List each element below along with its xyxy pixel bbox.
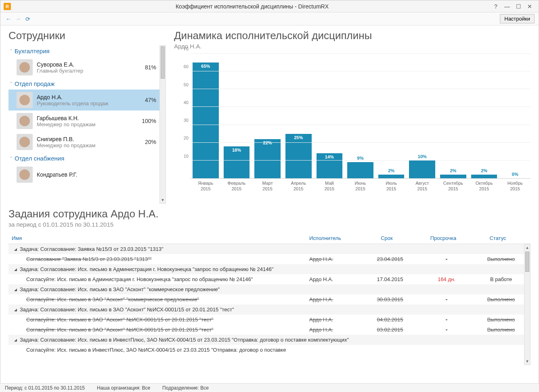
task-group-row[interactable]: ◢Задача: Согласование: Исх. письмо в ЗАО… — [8, 304, 531, 315]
employee-name: Гарбышева К.Н. — [37, 115, 142, 121]
chart-bar[interactable]: 9% — [347, 162, 373, 178]
chart-bar[interactable]: 65% — [193, 63, 219, 178]
chevron-up-icon: ˄ — [10, 49, 12, 53]
close-icon[interactable]: ✕ — [524, 2, 535, 11]
task-group-row[interactable]: ◢Задача: Согласование: Исх. письмо в ЗАО… — [8, 284, 531, 294]
bar-label: 22% — [263, 140, 272, 145]
employee-percent: 20% — [145, 139, 156, 145]
chart-bar[interactable]: 2% — [440, 175, 466, 178]
chart-bar[interactable]: 22% — [254, 139, 281, 178]
tasks-title: Задания сотрудника Ардо Н.А. — [8, 208, 531, 220]
task-overdue: - — [418, 296, 475, 302]
employees-title: Сотрудники — [8, 29, 166, 42]
task-executor: Ардо Н.А. — [309, 256, 362, 262]
forward-icon[interactable]: → — [14, 15, 22, 23]
department-header[interactable]: ˄Отдел снабжения — [8, 152, 166, 164]
department-name: Отдел продаж — [15, 80, 55, 87]
collapse-icon[interactable]: ◢ — [14, 247, 17, 251]
chart-bar[interactable]: 2% — [378, 175, 405, 178]
task-row[interactable]: Согласуйте: Исх. письмо в ЗАО "Асконт" №… — [8, 315, 531, 325]
chart-bar[interactable]: 2% — [471, 175, 497, 178]
task-name: Согласуйте: Исх. письмо в ЗАО "Асконт" "… — [26, 296, 309, 302]
employee-item[interactable]: Снигирев П.В.Менеджер по продажам20% — [8, 131, 166, 152]
task-name: Согласуйте: Исх. письмо в ИнвестПлюс, ЗА… — [26, 347, 309, 353]
department-name: Отдел снабжения — [15, 155, 64, 162]
chart-bar[interactable]: 10% — [409, 161, 435, 178]
employee-item[interactable]: Кондратьев Р.Г. — [8, 164, 166, 185]
tasks-subtitle: за период с 01.01.2015 по 30.11.2015 — [8, 221, 531, 228]
tasks-scrollbar[interactable]: ▲ ▼ — [524, 244, 531, 365]
chart-bar[interactable]: 25% — [285, 134, 312, 178]
task-group-name: Задача: Согласование: Исх. письмо в ЗАО … — [20, 307, 527, 313]
employees-scrollbar[interactable]: ▲ ▼ — [159, 45, 166, 204]
back-icon[interactable]: ← — [4, 15, 13, 23]
task-name: Согласуйте: Исх. письмо в ЗАО "Асконт" №… — [26, 317, 309, 323]
employee-item[interactable]: Ардо Н.А.Руководитель отдела продаж47% — [8, 90, 166, 111]
chart-bar[interactable]: 14% — [317, 153, 343, 178]
task-overdue: - — [418, 327, 475, 333]
x-label: Сентябрь2015 — [438, 179, 469, 192]
avatar — [17, 113, 33, 129]
employee-percent: 81% — [145, 64, 156, 71]
scroll-down-icon[interactable]: ▼ — [524, 358, 530, 365]
collapse-icon[interactable]: ◢ — [14, 267, 17, 271]
task-row[interactable]: Согласуйте: Исх. письмо в ЗАО "Асконт" "… — [8, 294, 531, 304]
department-header[interactable]: ˄Отдел продаж — [8, 78, 166, 90]
task-date — [362, 347, 418, 353]
col-name[interactable]: Имя — [8, 233, 306, 244]
task-date: 03.02.2015 — [362, 327, 418, 333]
col-date[interactable]: Срок — [359, 233, 415, 244]
y-tick: 30 — [184, 118, 189, 123]
employee-item[interactable]: Гарбышева К.Н.Менеджер по продажам100% — [8, 111, 166, 131]
task-status: В работе — [475, 276, 527, 282]
task-group-row[interactable]: ◢Задача: Согласование: Исх. письмо в Адм… — [8, 264, 531, 274]
refresh-icon[interactable]: ⟳ — [24, 15, 32, 23]
employee-name: Суворова Е.А. — [37, 61, 145, 68]
status-period: Период: с 01.01.2015 по 30.11.2015 — [5, 385, 85, 391]
collapse-icon[interactable]: ◢ — [14, 288, 17, 292]
department-header[interactable]: ˄Бухгалтерия — [8, 45, 166, 57]
minimize-icon[interactable]: — — [501, 2, 513, 11]
task-executor: Ардо Н.А. — [309, 276, 362, 282]
task-group-row[interactable]: ◢Задача: Согласование: Заявка №15/3 от 2… — [8, 244, 531, 254]
task-executor: Ардо Н.А. — [309, 327, 362, 333]
bar-label: 14% — [325, 154, 334, 159]
task-row[interactable]: Согласуйте: Исх. письмо в ЗАО "Асконт" №… — [8, 325, 531, 335]
maximize-icon[interactable]: ☐ — [513, 2, 524, 11]
col-exec[interactable]: Исполнитель — [306, 233, 359, 244]
scroll-thumb[interactable] — [161, 46, 165, 79]
scroll-up-icon[interactable]: ▲ — [524, 244, 530, 251]
task-row[interactable]: Согласование "Заявка №15/3 от 23.03.2015… — [8, 254, 531, 264]
task-row[interactable]: Согласуйте: Исх. письмо в Администрация … — [8, 274, 531, 284]
chart-bar[interactable]: 18% — [224, 146, 250, 178]
task-executor: Ардо Н.А. — [309, 317, 362, 323]
scroll-down-icon[interactable]: ▼ — [160, 197, 166, 203]
scroll-thumb[interactable] — [525, 252, 529, 272]
y-tick: 60 — [184, 64, 189, 69]
help-icon[interactable]: ? — [490, 2, 501, 11]
collapse-icon[interactable]: ◢ — [14, 308, 17, 312]
collapse-icon[interactable]: ◢ — [14, 338, 17, 342]
toolbar: ← → ⟳ Настройки — [0, 13, 539, 25]
employee-name: Кондратьев Р.Г. — [37, 171, 156, 178]
settings-button[interactable]: Настройки — [500, 14, 535, 23]
task-status: Выполнено — [475, 317, 527, 323]
task-group-name: Задача: Согласование: Исх. письмо в ЗАО … — [20, 286, 527, 292]
avatar — [17, 167, 33, 183]
chart-title: Динамика исполнительской дисциплины — [174, 29, 531, 42]
task-row[interactable]: Согласуйте: Исх. письмо в ИнвестПлюс, ЗА… — [8, 345, 531, 355]
y-tick: 50 — [184, 82, 189, 87]
employee-percent: 100% — [142, 118, 156, 124]
app-icon: R — [4, 3, 11, 10]
task-status: Выполнено — [475, 327, 527, 333]
employee-item[interactable]: Суворова Е.А.Главный бухгалтер81% — [8, 57, 166, 78]
employees-list[interactable]: ˄БухгалтерияСуворова Е.А.Главный бухгалт… — [8, 45, 166, 204]
tasks-table: Имя Исполнитель Срок Просрочка Статус — [8, 233, 531, 244]
col-status[interactable]: Статус — [472, 233, 524, 244]
employee-percent: 47% — [145, 97, 156, 103]
status-org: Наша организация: Все — [97, 385, 150, 391]
col-overdue[interactable]: Просрочка — [415, 233, 472, 244]
x-label: Июль2015 — [376, 179, 407, 192]
task-date: 04.02.2015 — [362, 317, 418, 323]
task-group-row[interactable]: ◢Задача: Согласование: Исх. письмо в Инв… — [8, 335, 531, 345]
